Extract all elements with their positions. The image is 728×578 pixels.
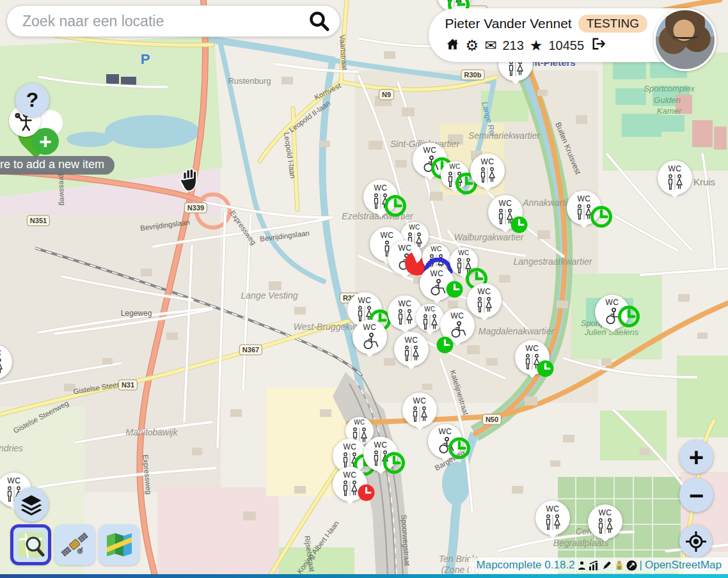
satellite-icon	[60, 530, 90, 559]
toilet-marker[interactable]: WC	[588, 504, 622, 539]
marker-wc-label: WC	[499, 200, 512, 207]
layers-button[interactable]	[14, 487, 49, 522]
marker-wc-label: WC	[399, 301, 412, 308]
wheelchair-pictogram-icon	[448, 321, 467, 338]
search-input[interactable]	[21, 12, 308, 31]
attribution-bar: Mapcomplete 0.18.2 | OpenStreetMap	[469, 558, 728, 574]
toilet-marker[interactable]: WC	[352, 320, 387, 354]
copyright-icon[interactable]	[626, 560, 637, 571]
style-topo-map-button[interactable]	[99, 524, 139, 565]
wheelchair-pictogram-icon	[420, 155, 439, 173]
toilet-marker[interactable]: WC	[595, 295, 629, 329]
settings-gear-icon[interactable]: ⚙	[466, 38, 479, 52]
marker-wc-label: WC	[354, 419, 365, 426]
mf-pictogram-icon	[372, 193, 390, 210]
toilet-marker[interactable]: WC	[402, 393, 437, 427]
toilet-marker[interactable]: WC	[658, 160, 692, 195]
marker-wc-label: WC	[381, 232, 394, 239]
marker-wc-label: WC	[578, 196, 591, 203]
style-osm-carto-button[interactable]	[10, 524, 51, 565]
marker-wc-label: WC	[413, 398, 427, 405]
add-plus-icon: +	[32, 128, 59, 155]
toilet-marker[interactable]: WC	[428, 424, 463, 458]
marker-wc-label: WC	[526, 345, 539, 352]
zoom-in-button[interactable]: +	[679, 440, 713, 474]
toilet-marker[interactable]: WC	[333, 467, 367, 501]
mf-pictogram-icon	[341, 452, 359, 469]
statistics-icon[interactable]	[589, 561, 599, 570]
toilet-marker[interactable]: WC	[363, 437, 398, 471]
marker-wc-label: WC	[599, 510, 612, 517]
mf-pictogram-icon	[341, 480, 359, 497]
mf-pictogram-icon	[596, 518, 614, 535]
mf-pictogram-icon	[523, 354, 541, 370]
attribution-divider: |	[640, 559, 642, 572]
messages-count: 213	[502, 38, 523, 53]
marker-wc-label: WC	[374, 185, 388, 192]
toilet-marker[interactable]: WC	[515, 340, 550, 375]
mf-pictogram-icon	[544, 514, 562, 531]
search-icon[interactable]	[308, 10, 331, 33]
background-style-row	[10, 524, 139, 565]
toilet-marker[interactable]: WC	[394, 332, 429, 366]
wheelchair-pictogram-icon	[395, 253, 415, 270]
folded-map-icon	[104, 531, 134, 559]
osm-link[interactable]: OpenStreetMap	[645, 559, 722, 572]
mf-pictogram-icon	[411, 406, 429, 423]
marker-wc-label: WC	[374, 442, 388, 449]
zoom-out-button[interactable]: −	[679, 478, 713, 512]
mf-pictogram-icon	[446, 171, 464, 188]
mf-pictogram-icon	[455, 258, 473, 274]
marker-wc-label: WC	[344, 472, 357, 479]
marker-wc-label: WC	[669, 166, 682, 173]
toilet-marker[interactable]: WC	[450, 247, 478, 276]
marker-wc-label: WC	[546, 506, 560, 513]
mf-pictogram-icon	[0, 358, 4, 375]
mf-pictogram-icon	[666, 174, 684, 191]
messages-envelope-icon[interactable]: ✉	[484, 38, 496, 52]
toilet-marker[interactable]: WC	[567, 191, 601, 225]
marker-wc-label: WC	[439, 428, 452, 435]
marker-wc-label: WC	[344, 444, 357, 451]
marker-wc-label: WC	[363, 324, 377, 331]
marker-wc-label: WC	[424, 306, 436, 313]
marker-wc-label: WC	[431, 246, 442, 253]
wheelchair-pictogram-icon	[436, 437, 455, 454]
marker-wc-label: WC	[478, 288, 491, 295]
marker-wc-label: WC	[606, 299, 619, 306]
toilet-marker[interactable]: WC	[440, 308, 475, 343]
community-icon[interactable]	[578, 561, 586, 570]
toilet-marker[interactable]: WC	[388, 240, 422, 275]
marker-wc-label: WC	[8, 478, 21, 485]
marker-wc-label: WC	[409, 224, 420, 231]
home-icon[interactable]	[445, 36, 460, 54]
mf-pictogram-icon	[479, 167, 496, 184]
toilet-marker[interactable]: WC	[420, 266, 454, 301]
geolocate-button[interactable]	[679, 525, 712, 558]
changesets-star-icon: ★	[530, 38, 543, 52]
mapcomplete-app: Brugge-Sint-PietersRustenburgSint-Gillis…	[0, 0, 728, 578]
testing-badge: TESTING	[578, 15, 647, 33]
toilet-marker[interactable]: WC	[467, 283, 502, 318]
app-version[interactable]: Mapcomplete 0.18.2	[477, 559, 575, 572]
marker-wc-label: WC	[0, 350, 2, 357]
toilet-marker[interactable]: WC	[441, 161, 469, 189]
toilet-marker[interactable]: WC	[535, 501, 570, 535]
toilet-marker[interactable]: WC	[488, 195, 523, 230]
user-panel[interactable]: Pieter Vander Vennet TESTING ⚙ ✉ 213 ★ 1…	[429, 8, 714, 62]
style-satellite-button[interactable]	[54, 524, 95, 565]
help-button[interactable]: ?	[15, 83, 49, 117]
wheelchair-pictogram-icon	[603, 308, 622, 325]
marker-wc-label: WC	[449, 163, 461, 170]
toilet-marker[interactable]: WC	[363, 180, 398, 214]
marker-wc-label: WC	[358, 297, 372, 304]
edit-pencil-icon[interactable]	[602, 560, 612, 570]
wheelchair-pictogram-icon	[360, 332, 379, 350]
theme-color-bar	[0, 574, 728, 578]
mf-pictogram-icon	[445, 0, 463, 8]
marker-wc-label: WC	[481, 159, 495, 166]
logout-icon[interactable]	[590, 36, 606, 54]
user-avatar[interactable]	[654, 8, 716, 71]
toilet-marker[interactable]: WC	[470, 153, 505, 188]
marker-wc-label: WC	[399, 245, 412, 252]
